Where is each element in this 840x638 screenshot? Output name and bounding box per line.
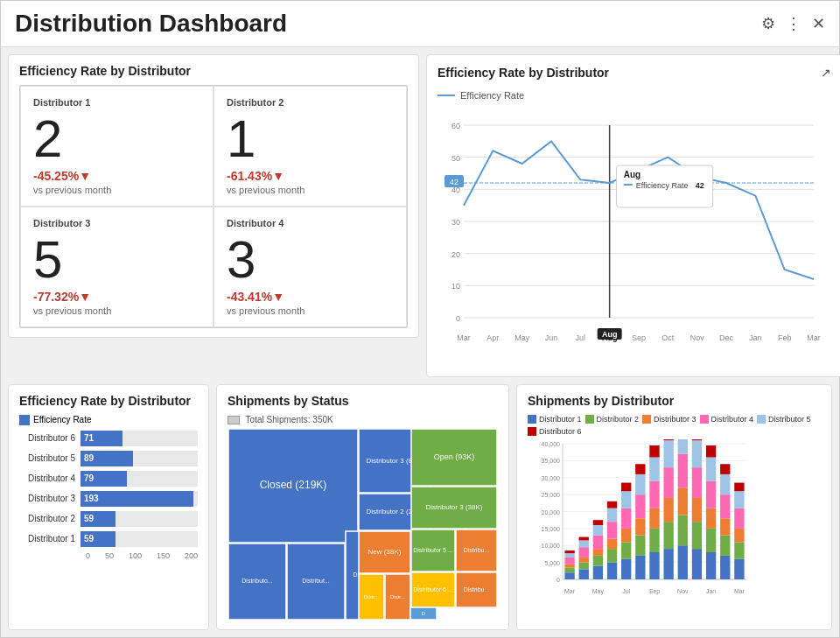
svg-rect-100 [564, 553, 574, 557]
hbar-track: 79 [80, 471, 198, 487]
svg-rect-164 [720, 518, 730, 535]
svg-rect-170 [734, 529, 744, 543]
hbar-card: Efficiency Rate by Distributor Efficienc… [8, 384, 209, 630]
kpi-change-label: vs previous month [33, 305, 200, 316]
kpi-card: Efficiency Rate by Distributor Distribut… [8, 54, 419, 338]
svg-rect-107 [579, 536, 589, 540]
svg-text:Open (93K): Open (93K) [434, 452, 475, 461]
svg-rect-129 [635, 494, 645, 518]
svg-rect-137 [649, 445, 659, 458]
svg-rect-167 [720, 464, 730, 474]
svg-text:Distributo...: Distributo... [242, 578, 272, 584]
svg-text:50: 50 [452, 154, 460, 163]
svg-rect-119 [607, 501, 617, 508]
svg-text:10: 10 [452, 282, 460, 291]
sbar-legend-item: Distributor 2 [585, 415, 640, 424]
svg-rect-121 [621, 542, 631, 558]
kpi-card-title: Efficiency Rate by Distributor [19, 64, 408, 78]
svg-rect-166 [720, 474, 730, 494]
kpi-change-label: vs previous month [227, 305, 394, 316]
svg-rect-124 [621, 491, 631, 508]
svg-rect-140 [664, 498, 674, 522]
svg-rect-112 [593, 525, 603, 536]
svg-text:Distributor 3 (38K): Distributor 3 (38K) [426, 503, 483, 511]
svg-rect-139 [664, 522, 674, 549]
svg-rect-171 [734, 508, 744, 528]
svg-text:Dec: Dec [719, 333, 734, 342]
svg-rect-158 [706, 508, 716, 528]
kpi-cell-4: Distributor 4 3 -43.41%▼ vs previous mon… [214, 207, 407, 327]
page-title: Distribution Dashboard [15, 10, 287, 38]
svg-text:Nov: Nov [690, 333, 705, 342]
close-icon[interactable]: ✕ [812, 14, 825, 33]
svg-rect-118 [607, 508, 617, 522]
kpi-change: -77.32%▼ [33, 290, 200, 304]
svg-text:30: 30 [452, 218, 460, 227]
svg-text:Mar: Mar [457, 333, 471, 342]
settings-icon[interactable]: ⚙ [761, 14, 775, 33]
treemap-total: Total Shipments: 350K [228, 415, 498, 424]
hbar-axis-label: 150 [157, 551, 170, 560]
more-icon[interactable]: ⋮ [786, 14, 802, 33]
svg-text:25,000: 25,000 [542, 492, 561, 498]
kpi-cell-label: Distributor 2 [227, 97, 394, 108]
svg-text:Distr...: Distr... [390, 594, 405, 599]
hbar-row: Distributor 6 71 [19, 431, 198, 446]
svg-rect-145 [678, 515, 688, 545]
svg-rect-153 [692, 467, 702, 498]
hbar-label: Distributor 3 [19, 494, 80, 503]
svg-rect-127 [635, 535, 645, 555]
svg-rect-161 [706, 445, 716, 458]
svg-rect-155 [692, 439, 702, 440]
hbar-legend-label: Efficiency Rate [33, 415, 92, 424]
svg-text:Jul: Jul [576, 333, 586, 342]
line-chart-svg-container: 0102030405060MarAprMayJunJulAugAugSepOct… [438, 108, 831, 347]
hbar-row: Distributor 1 59 [19, 531, 198, 547]
svg-rect-147 [678, 453, 688, 487]
svg-text:20: 20 [452, 250, 460, 259]
hbar-label: Distributor 5 [19, 453, 80, 463]
svg-text:Distributor 5 ...: Distributor 5 ... [413, 547, 453, 553]
svg-text:Oct: Oct [662, 333, 675, 342]
hbar-axis: 050100150200 [86, 551, 198, 560]
svg-rect-148 [678, 439, 688, 454]
treemap-title: Shipments by Status [228, 394, 498, 408]
svg-rect-173 [734, 482, 744, 491]
hbar-axis-label: 100 [129, 551, 142, 560]
svg-rect-134 [649, 508, 659, 528]
svg-rect-159 [706, 480, 716, 508]
svg-rect-116 [607, 538, 617, 549]
svg-rect-113 [593, 520, 603, 525]
svg-text:Closed (219K): Closed (219K) [260, 479, 327, 491]
svg-rect-98 [564, 564, 574, 567]
svg-rect-156 [706, 552, 716, 579]
svg-rect-152 [692, 498, 702, 522]
svg-text:0: 0 [456, 314, 460, 323]
title-bar-icons: ⚙ ⋮ ✕ [761, 14, 825, 33]
line-chart-svg: 0102030405060MarAprMayJunJulAugAugSepOct… [438, 108, 831, 344]
expand-icon[interactable]: ↗ [821, 66, 831, 80]
svg-text:Feb: Feb [778, 333, 792, 342]
treemap-container: Closed (219K)Distributor 3 (82K)Distribu… [228, 428, 498, 620]
svg-rect-142 [664, 440, 674, 467]
hbar-track: 59 [80, 531, 198, 547]
hbar-row: Distributor 3 193 [19, 491, 198, 507]
hbar-fill: 89 [80, 451, 133, 466]
svg-rect-96 [564, 572, 574, 579]
svg-text:Distribu...: Distribu... [464, 547, 490, 553]
svg-text:10,000: 10,000 [542, 543, 561, 549]
svg-rect-136 [649, 457, 659, 480]
treemap-card: Shipments by Status Total Shipments: 350… [216, 384, 509, 630]
svg-text:Distribu...: Distribu... [464, 586, 490, 592]
sbar-legend-label: Distributor 4 [711, 415, 754, 424]
hbar-chart: Distributor 6 71 Distributor 5 89 Distri… [19, 431, 198, 560]
kpi-cell-1: Distributor 1 2 -45.25%▼ vs previous mon… [20, 86, 214, 207]
sbar-legend-label: Distributor 3 [654, 415, 696, 424]
hbar-row: Distributor 2 59 [19, 511, 198, 527]
hbar-row: Distributor 5 89 [19, 451, 198, 466]
svg-text:15,000: 15,000 [542, 526, 561, 532]
sbar-legend-sq [585, 415, 594, 424]
svg-rect-122 [621, 529, 631, 543]
kpi-change-label: vs previous month [227, 185, 394, 195]
sbar-legend-sq [642, 415, 651, 424]
